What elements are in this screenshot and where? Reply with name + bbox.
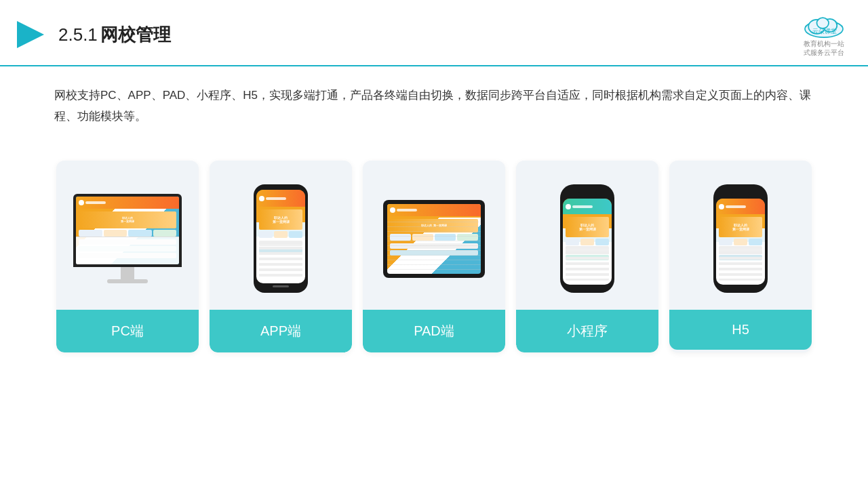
card-h5: 职达人的第一堂网课 xyxy=(669,161,812,352)
header: 2.5.1网校管理 云朵课堂 教育机构一站 式服务云平台 xyxy=(0,0,868,66)
pc-monitor-icon: 职达人的第一堂网课 xyxy=(73,194,182,283)
card-app-image: 职达人的第一堂网课 xyxy=(210,161,352,310)
cloud-icon: 云朵课堂 xyxy=(800,12,848,39)
svg-marker-0 xyxy=(17,21,44,48)
brand-logo: 云朵课堂 教育机构一站 式服务云平台 xyxy=(800,12,848,57)
card-miniapp: 职达人的第一堂网课 xyxy=(516,161,658,352)
header-left: 2.5.1网校管理 xyxy=(14,18,171,52)
card-h5-image: 职达人的第一堂网课 xyxy=(669,161,812,310)
app-phone-icon: 职达人的第一堂网课 xyxy=(254,184,308,293)
card-app-label: APP端 xyxy=(210,310,352,352)
brand-tagline: 教育机构一站 式服务云平台 xyxy=(804,39,844,57)
card-pc: 职达人的第一堂网课 xyxy=(56,161,199,352)
card-pc-label: PC端 xyxy=(56,310,199,352)
logo-icon xyxy=(14,18,47,52)
card-h5-label: H5 xyxy=(669,310,812,350)
card-miniapp-image: 职达人的第一堂网课 xyxy=(516,161,658,310)
card-app: 职达人的第一堂网课 xyxy=(210,161,352,352)
cards-container: 职达人的第一堂网课 xyxy=(0,140,868,366)
pad-tablet-icon: 职达人的 第一堂网课 xyxy=(383,200,485,278)
miniapp-phone-icon: 职达人的第一堂网课 xyxy=(560,184,614,293)
card-pad-image: 职达人的 第一堂网课 xyxy=(363,161,505,310)
h5-phone-icon: 职达人的第一堂网课 xyxy=(713,184,768,293)
page-title: 2.5.1网校管理 xyxy=(58,23,171,47)
description-text: 网校支持PC、APP、PAD、小程序、H5，实现多端打通，产品各终端自由切换，数… xyxy=(54,85,814,127)
svg-point-4 xyxy=(817,18,829,28)
card-pad-label: PAD端 xyxy=(363,310,505,352)
card-pc-image: 职达人的第一堂网课 xyxy=(56,161,199,310)
card-miniapp-label: 小程序 xyxy=(516,310,658,352)
description: 网校支持PC、APP、PAD、小程序、H5，实现多端打通，产品各终端自由切换，数… xyxy=(0,66,868,134)
card-pad: 职达人的 第一堂网课 xyxy=(363,161,505,352)
svg-text:云朵课堂: 云朵课堂 xyxy=(812,28,837,35)
